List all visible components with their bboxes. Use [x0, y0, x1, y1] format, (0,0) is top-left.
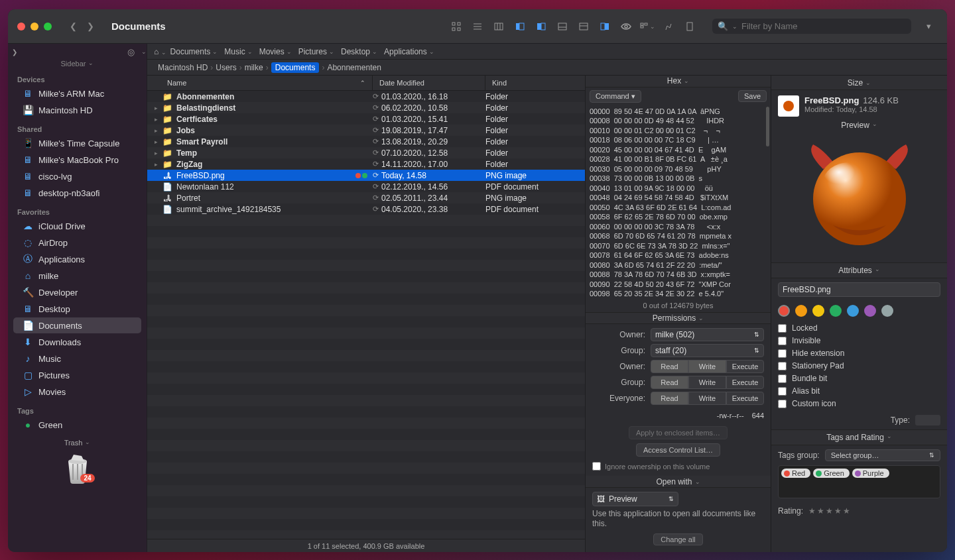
- favbar-movies[interactable]: Movies: [259, 47, 292, 56]
- color-tag[interactable]: [864, 305, 876, 317]
- check-custom-icon[interactable]: Custom icon: [778, 399, 940, 408]
- favbar-applications[interactable]: Applications: [384, 47, 434, 56]
- expand-icon[interactable]: ▸: [150, 139, 162, 145]
- target-icon[interactable]: ◎: [127, 47, 135, 57]
- panel-split-icon[interactable]: [532, 19, 550, 34]
- color-tag[interactable]: [830, 305, 842, 317]
- panel-top-icon[interactable]: [574, 19, 593, 34]
- expand-icon[interactable]: ▸: [150, 161, 162, 168]
- file-row[interactable]: 📄summit_archive_1492184535⟳04.05.2020., …: [147, 203, 585, 215]
- tag-chip-red[interactable]: Red: [781, 469, 810, 478]
- sidebar-item-desktop[interactable]: 🖥Desktop: [13, 301, 141, 317]
- search-field[interactable]: 🔍: [712, 19, 911, 34]
- expand-icon[interactable]: ▸: [150, 150, 162, 156]
- sidebar-item-downloads[interactable]: ⬇Downloads: [13, 334, 141, 350]
- sidebar-item-airdrop[interactable]: ◌AirDrop: [13, 235, 141, 251]
- home-icon[interactable]: ⌂: [154, 47, 166, 56]
- acl-button[interactable]: Access Control List…: [636, 443, 720, 457]
- apply-enclosed-button[interactable]: Apply to enclosed items…: [629, 426, 728, 439]
- crumb-macintosh-hd[interactable]: Macintosh HD: [158, 63, 208, 72]
- color-tag[interactable]: [881, 305, 893, 317]
- openwith-header[interactable]: Open with: [586, 476, 771, 488]
- close-button[interactable]: [17, 23, 25, 30]
- file-row[interactable]: 📄Newtonlaan 112⟳02.12.2019., 14.56PDF do…: [147, 181, 585, 192]
- sidebar-item-movies[interactable]: ▷Movies: [13, 384, 141, 400]
- color-tag[interactable]: [778, 305, 790, 317]
- panel-bottom-icon[interactable]: [553, 19, 572, 34]
- favbar-documents[interactable]: Documents: [170, 47, 218, 56]
- check-locked[interactable]: Locked: [778, 323, 940, 333]
- chevron-icon[interactable]: ❯: [12, 48, 17, 56]
- sidebar-item-milke-s-macbook-pro[interactable]: 🖥Milke's MacBook Pro: [13, 152, 141, 168]
- zoom-button[interactable]: [44, 23, 52, 30]
- tag-chip-green[interactable]: Green: [813, 469, 850, 478]
- preview-header[interactable]: Preview: [771, 118, 947, 133]
- read-button[interactable]: Read: [651, 360, 688, 373]
- sidebar-item-milke-s-time-capsule[interactable]: 📱Milke's Time Capsule: [13, 135, 141, 151]
- color-tag[interactable]: [847, 305, 859, 317]
- back-button[interactable]: ❮: [65, 19, 81, 34]
- checkbox[interactable]: [778, 324, 787, 333]
- write-button[interactable]: Write: [688, 376, 726, 389]
- execute-button[interactable]: Execute: [726, 392, 764, 405]
- col-kind[interactable]: Kind: [485, 76, 585, 90]
- checkbox[interactable]: [778, 337, 787, 345]
- sidebar-item-milke-s-arm-mac[interactable]: 🖥Milke's ARM Mac: [13, 85, 141, 101]
- command-select[interactable]: Command ▾: [590, 90, 641, 103]
- hex-header[interactable]: Hex: [586, 76, 771, 87]
- sidebar-item-pictures[interactable]: ▢Pictures: [13, 367, 141, 383]
- tags-group-select[interactable]: Select group…⇅: [825, 449, 940, 461]
- col-date[interactable]: Date Modified: [373, 76, 485, 90]
- file-row[interactable]: ▸📁Smart Payroll⟳13.08.2019., 20.29Folder: [147, 136, 585, 147]
- arrange-icon[interactable]: [638, 19, 657, 34]
- forward-button[interactable]: ❯: [82, 19, 98, 34]
- check-bundle-bit[interactable]: Bundle bit: [778, 374, 940, 383]
- trash-label[interactable]: Trash: [64, 439, 91, 447]
- action-icon[interactable]: [659, 19, 678, 34]
- trash-icon[interactable]: 24: [59, 449, 96, 486]
- sidebar-item-documents[interactable]: 📄Documents: [13, 317, 141, 333]
- checkbox[interactable]: [778, 362, 787, 370]
- group-select[interactable]: staff (20)⇅: [651, 344, 764, 357]
- file-row[interactable]: ▸📁ZigZag⟳14.11.2020., 17.00Folder: [147, 158, 585, 170]
- sidebar-item-macintosh-hd[interactable]: 💾Macintosh HD: [13, 102, 141, 118]
- view-list-icon[interactable]: [468, 19, 487, 34]
- read-button[interactable]: Read: [651, 376, 688, 389]
- file-row[interactable]: ▸📁Certficates⟳01.03.2020., 15.41Folder: [147, 113, 585, 125]
- sidebar-item-milke[interactable]: ⌂milke: [13, 268, 141, 284]
- rating-stars[interactable]: ★★★★★: [808, 506, 852, 516]
- checkbox[interactable]: [778, 400, 787, 408]
- favbar-pictures[interactable]: Pictures: [298, 47, 334, 56]
- sidebar-item-icloud-drive[interactable]: ☁iCloud Drive: [13, 218, 141, 234]
- minimize-button[interactable]: [31, 23, 38, 30]
- view-icon-icon[interactable]: [447, 19, 466, 34]
- expand-icon[interactable]: ▸: [150, 105, 162, 111]
- check-alias-bit[interactable]: Alias bit: [778, 386, 940, 396]
- owner-select[interactable]: milke (502)⇅: [651, 328, 764, 341]
- sidebar-item-music[interactable]: ♪Music: [13, 351, 141, 366]
- search-input[interactable]: [741, 21, 906, 31]
- quicklook-icon[interactable]: [617, 19, 635, 34]
- dropdown-icon[interactable]: ▾: [919, 19, 938, 34]
- sidebar-header[interactable]: Sidebar: [8, 57, 147, 69]
- tag-chip-purple[interactable]: Purple: [852, 469, 889, 478]
- file-row[interactable]: 📁Abonnementen⟳01.03.2020., 16.18Folder: [147, 91, 585, 102]
- sidebar-item-applications[interactable]: ⒶApplications: [13, 251, 141, 267]
- expand-icon[interactable]: ▸: [150, 127, 162, 134]
- checkbox[interactable]: [778, 349, 787, 358]
- crumb-users[interactable]: Users: [216, 63, 236, 72]
- file-row[interactable]: ▸📁Temp⟳07.10.2020., 12.58Folder: [147, 147, 585, 158]
- write-button[interactable]: Write: [688, 392, 726, 405]
- file-row[interactable]: ▸📁Jobs⟳19.08.2019., 17.47Folder: [147, 125, 585, 136]
- read-button[interactable]: Read: [651, 392, 688, 405]
- filename-field[interactable]: FreeBSD.png: [778, 282, 940, 297]
- new-doc-icon[interactable]: [680, 19, 699, 34]
- write-button[interactable]: Write: [688, 360, 726, 373]
- crumb-documents[interactable]: Documents: [271, 62, 320, 73]
- check-stationery-pad[interactable]: Stationery Pad: [778, 361, 940, 370]
- check-hide-extension[interactable]: Hide extension: [778, 349, 940, 358]
- check-invisible[interactable]: Invisible: [778, 336, 940, 345]
- expand-icon[interactable]: ▸: [150, 116, 162, 123]
- size-header[interactable]: Size: [771, 76, 947, 90]
- file-row[interactable]: 🏞FreeBSD.png⟳Today, 14.58PNG image: [147, 170, 585, 181]
